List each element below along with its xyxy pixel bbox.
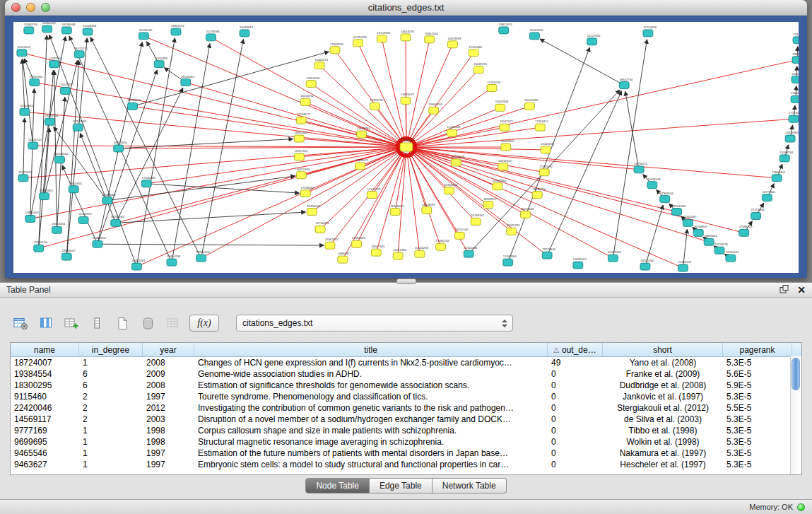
table-row[interactable]: 969969511998Structural magnetic resonanc…: [11, 436, 801, 448]
network-node[interactable]: 17594062: [300, 186, 314, 197]
network-node[interactable]: 19820634: [114, 141, 128, 152]
tab-edge-table[interactable]: Edge Table: [370, 478, 433, 493]
network-node[interactable]: 18945662: [390, 204, 404, 216]
network-node[interactable]: 15361927: [325, 238, 339, 249]
column-header-out-de-[interactable]: △out_de…: [548, 343, 603, 356]
network-node[interactable]: 16916412: [498, 159, 512, 170]
table-row[interactable]: 1830029562008Estimation of significance …: [11, 380, 801, 391]
network-node[interactable]: 16014752: [300, 94, 314, 105]
network-node[interactable]: 18593927: [483, 197, 498, 209]
network-node[interactable]: 19534086: [792, 52, 799, 64]
network-node[interactable]: 21540366: [464, 246, 478, 257]
network-canvas[interactable]: 1724093158242131280163316014752172842191…: [13, 22, 799, 273]
network-node[interactable]: 22005931: [69, 182, 83, 193]
network-node[interactable]: 19943721: [171, 24, 185, 35]
column-header-year[interactable]: year: [143, 343, 194, 356]
network-node[interactable]: 16642433: [524, 98, 539, 110]
network-node[interactable]: 20863954: [93, 236, 107, 247]
network-node[interactable]: 18436219: [307, 204, 321, 216]
network-node[interactable]: 16904371: [338, 252, 352, 263]
network-node[interactable]: 15649781: [473, 62, 488, 74]
network-node[interactable]: 16047427: [500, 119, 514, 131]
import-table-icon[interactable]: [164, 315, 182, 332]
tab-network-table[interactable]: Network Table: [433, 478, 507, 493]
network-node[interactable]: 17221843: [447, 125, 461, 136]
network-node[interactable]: 21354908: [751, 208, 765, 219]
network-node[interactable]: 10769331: [471, 214, 485, 225]
network-node[interactable]: 16739215: [634, 162, 648, 173]
network-node[interactable]: 11607834: [495, 100, 509, 111]
network-node[interactable]: 17720463: [789, 111, 799, 122]
network-node[interactable]: 17963504: [660, 192, 674, 203]
panel-resize-handle[interactable]: [396, 279, 416, 284]
table-row[interactable]: 1456911722003Disruption of a novel membe…: [11, 414, 801, 425]
network-node[interactable]: 20603451: [52, 222, 66, 233]
network-node[interactable]: 16418612: [240, 25, 254, 37]
network-node[interactable]: 19926047: [61, 249, 76, 260]
network-node[interactable]: 18204058: [45, 114, 59, 125]
zoom-button[interactable]: [41, 3, 50, 12]
network-node[interactable]: 20618437: [608, 250, 622, 262]
network-node[interactable]: 19014268: [672, 204, 686, 216]
minimize-button[interactable]: [26, 3, 35, 12]
network-node[interactable]: 18086750: [532, 187, 546, 199]
table-row[interactable]: 911546021997Tourette syndrome. Phenomeno…: [11, 391, 801, 402]
network-node[interactable]: 16083157: [573, 257, 587, 269]
table-row[interactable]: 1938455462009Genome-wide association stu…: [11, 368, 801, 380]
network-node[interactable]: 21350483: [154, 57, 168, 68]
network-node[interactable]: 17356148: [141, 176, 155, 187]
network-node[interactable]: 15442638: [541, 142, 555, 153]
close-button[interactable]: [11, 3, 20, 12]
scrollbar-thumb[interactable]: [792, 358, 800, 390]
network-node[interactable]: 18105264: [640, 259, 654, 270]
network-node[interactable]: 15026135: [139, 28, 153, 40]
network-node[interactable]: 15824213: [314, 58, 329, 69]
network-node[interactable]: 11431683: [521, 206, 534, 218]
create-column-icon[interactable]: [62, 315, 81, 332]
network-node[interactable]: 19046953: [40, 189, 54, 200]
network-node[interactable]: 20952461: [131, 259, 146, 270]
table-row[interactable]: 1872400712008Changes of HCN gene express…: [11, 357, 801, 368]
network-node[interactable]: 20438146: [647, 177, 661, 189]
network-node[interactable]: 17505492: [539, 165, 553, 176]
network-node[interactable]: 16342916: [529, 28, 543, 40]
network-node[interactable]: 20360734: [24, 23, 38, 34]
new-table-icon[interactable]: [113, 315, 131, 332]
network-node[interactable]: 17086225: [739, 225, 753, 236]
network-node[interactable]: 15823073: [401, 93, 415, 104]
network-node[interactable]: 17642809: [503, 255, 517, 266]
network-node[interactable]: 15955014: [445, 183, 459, 194]
network-node[interactable]: 17765228: [487, 81, 501, 92]
network-node[interactable]: 16773841: [762, 190, 776, 201]
network-node[interactable]: 19507931: [294, 149, 308, 160]
network-node[interactable]: 19361504: [425, 32, 439, 43]
network-node[interactable]: 15497084: [493, 179, 507, 190]
network-node[interactable]: 12801633: [306, 76, 320, 88]
network-node[interactable]: 12116417: [535, 119, 548, 131]
network-node[interactable]: 15720694: [643, 25, 657, 37]
network-node[interactable]: 15146438: [83, 24, 97, 35]
network-node[interactable]: 16227390: [792, 72, 799, 83]
network-node[interactable]: 15938764: [779, 151, 794, 162]
network-node[interactable]: 17135278: [367, 187, 381, 199]
delete-column-icon[interactable]: [88, 315, 106, 332]
table-settings-icon[interactable]: [11, 315, 30, 332]
network-node[interactable]: 16930453: [25, 211, 40, 222]
network-node[interactable]: 12964808: [352, 236, 366, 247]
network-node[interactable]: 12754083: [315, 221, 329, 233]
table-panel-titlebar[interactable]: Table Panel ✕: [0, 283, 812, 298]
network-node[interactable]: 15134258: [415, 246, 429, 257]
close-panel-icon[interactable]: ✕: [797, 285, 806, 295]
network-node[interactable]: 19273645: [542, 247, 556, 259]
table-row[interactable]: 2242004622012Investigating the contribut…: [11, 402, 801, 414]
network-node[interactable]: 15910347: [793, 33, 799, 44]
delete-table-icon[interactable]: [139, 315, 157, 332]
network-node[interactable]: 21063548: [791, 91, 799, 103]
network-node[interactable]: 10974393: [447, 37, 461, 48]
window-titlebar[interactable]: citations_edges.txt: [5, 0, 807, 16]
network-node[interactable]: 18346720: [196, 250, 211, 262]
network-node[interactable]: 15314642: [20, 104, 34, 115]
network-node[interactable]: 16618233: [401, 30, 415, 41]
network-node[interactable]: 16206283: [111, 215, 125, 226]
network-node[interactable]: 21930542: [678, 260, 693, 271]
